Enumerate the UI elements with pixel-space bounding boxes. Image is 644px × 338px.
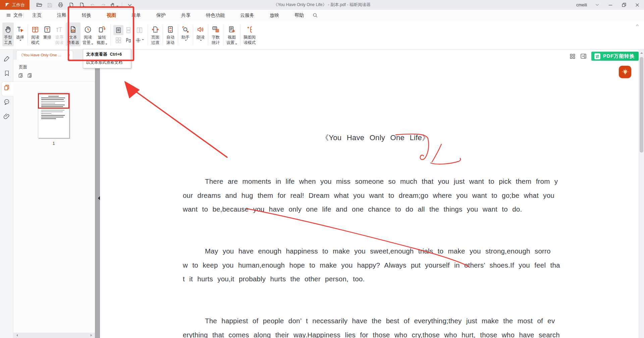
- restore-button[interactable]: [617, 0, 631, 10]
- attachments-panel-button[interactable]: [2, 112, 11, 121]
- read-mode-icon: [31, 25, 40, 34]
- tab-convert[interactable]: 转换: [81, 12, 92, 18]
- reflow-button[interactable]: 重排: [42, 22, 53, 41]
- document-tab-close-button[interactable]: ×: [67, 53, 70, 58]
- facing-page-button[interactable]: [133, 25, 146, 35]
- hand-pointer-button[interactable]: [109, 1, 119, 9]
- read-aloud-button[interactable]: 朗读: [195, 22, 206, 43]
- word-count-button[interactable]: AB 字数 统计: [210, 22, 221, 46]
- quick-access-toolbar: [34, 1, 135, 9]
- pdf-convert-button[interactable]: PDF万能转换: [591, 52, 639, 61]
- main-area: 《You Have Only One ... × 页面: [0, 50, 644, 338]
- auto-scroll-button[interactable]: 自动 滚动: [165, 22, 176, 46]
- tab-view[interactable]: 视图: [106, 12, 117, 18]
- minimize-button[interactable]: [604, 0, 617, 10]
- reverse-read-button[interactable]: 逆序 阅读: [54, 22, 65, 46]
- tab-comment[interactable]: 注释: [56, 12, 67, 18]
- paperclip-icon: [3, 113, 10, 120]
- redo-icon: [100, 2, 106, 8]
- read-mode-button[interactable]: 阅读 模式: [30, 22, 41, 46]
- collapse-panel-arrow[interactable]: [96, 196, 100, 200]
- print-button[interactable]: [56, 1, 65, 9]
- assistant-bulb-button[interactable]: [619, 66, 631, 78]
- ribbon-separator: [163, 24, 163, 45]
- zoom-out-thumbnail-icon[interactable]: [18, 73, 24, 78]
- workspace-button[interactable]: 工作台: [0, 0, 30, 10]
- auto-scroll-icon: [166, 25, 175, 34]
- tab-form[interactable]: 表单: [131, 12, 142, 18]
- annotation-eraser-button[interactable]: [2, 54, 11, 63]
- reverse-read-label2: 阅读: [55, 40, 63, 46]
- search-icon[interactable]: [312, 12, 318, 18]
- customize-toolbar-button[interactable]: [125, 1, 135, 9]
- save-button[interactable]: [45, 1, 54, 9]
- text-viewer-tooltip: 文本查看器Ctrl+6 以文本形式查看文档: [83, 49, 131, 68]
- scrollbar-thumb[interactable]: [640, 57, 643, 153]
- rotate-view-button[interactable]: 旋转 视图: [95, 22, 109, 46]
- rotate-view-caret: [105, 44, 107, 46]
- hand-tool-button[interactable]: 手型 工具: [2, 22, 14, 46]
- comments-panel-button[interactable]: [2, 98, 11, 106]
- vertical-scrollbar[interactable]: [639, 50, 644, 338]
- auto-scroll-label2: 滚动: [166, 40, 174, 46]
- rotate-view-icon: [98, 25, 106, 34]
- undo-icon: [90, 2, 96, 8]
- tab-present[interactable]: 放映: [269, 12, 280, 18]
- pages-panel-button[interactable]: [2, 83, 11, 92]
- select-button[interactable]: 选择: [14, 22, 26, 43]
- page-transition-button[interactable]: 页面 过渡: [150, 22, 161, 46]
- split-view-button[interactable]: [133, 35, 146, 45]
- panel-splitter[interactable]: [95, 50, 100, 338]
- comment-bubble-icon: [3, 98, 10, 106]
- grid-view-icon[interactable]: [570, 53, 576, 59]
- user-name[interactable]: cmeili: [576, 3, 587, 7]
- tab-share[interactable]: 共享: [180, 12, 191, 18]
- continuous-page-button[interactable]: [123, 25, 133, 35]
- ribbon-separator: [208, 24, 208, 45]
- ribbon-separator: [110, 24, 111, 45]
- view-settings-button[interactable]: 视图 设置: [225, 22, 238, 46]
- scroll-left-arrow[interactable]: [15, 334, 18, 337]
- separate-cover-button[interactable]: [123, 35, 133, 45]
- undo-button[interactable]: [88, 1, 97, 9]
- facing-continuous-button[interactable]: [113, 35, 123, 45]
- page-thumbnails-icon: [3, 84, 10, 91]
- foxit-reader-window: 工作台: [0, 0, 644, 338]
- chevron-up-icon: [635, 23, 639, 27]
- title-bar: 工作台: [0, 0, 644, 10]
- tab-home[interactable]: 主页: [32, 12, 42, 18]
- collapse-ribbon-button[interactable]: [635, 23, 639, 27]
- toggle-panel-icon[interactable]: [580, 53, 587, 59]
- tab-protect[interactable]: 保护: [156, 12, 166, 18]
- menu-file[interactable]: 文件: [6, 12, 23, 18]
- user-menu-button[interactable]: [590, 0, 604, 10]
- sidebar-horizontal-scrollbar[interactable]: [13, 333, 95, 338]
- assistant-caret: [185, 40, 187, 42]
- redo-button[interactable]: [99, 1, 108, 9]
- split-view-caret: [142, 39, 144, 41]
- tab-help[interactable]: 帮助: [294, 12, 305, 18]
- new-document-button[interactable]: [77, 1, 87, 9]
- mindmap-read-button[interactable]: 脑图阅 读模式: [242, 22, 257, 46]
- workspace-label: 工作台: [12, 2, 25, 8]
- split-view-icon: [135, 37, 141, 43]
- tab-features[interactable]: 特色功能: [205, 12, 225, 18]
- assistant-button[interactable]: 助手: [180, 22, 191, 43]
- open-file-button[interactable]: [34, 1, 44, 9]
- zoom-in-thumbnail-icon[interactable]: [27, 73, 33, 78]
- single-page-button[interactable]: [113, 25, 123, 35]
- thumbnail-viewport-rect[interactable]: [38, 93, 69, 109]
- document-tab[interactable]: 《You Have Only One ... ×: [16, 50, 73, 60]
- read-background-button[interactable]: 阅读 背景: [81, 22, 95, 46]
- scroll-right-arrow[interactable]: [91, 334, 93, 337]
- facing-page-icon: [137, 27, 143, 33]
- close-button[interactable]: [631, 0, 644, 10]
- bookmarks-panel-button[interactable]: [2, 69, 11, 77]
- tab-cloud[interactable]: 云服务: [239, 12, 255, 18]
- text-viewer-button[interactable]: 文本 查看器: [66, 22, 80, 46]
- export-document-button[interactable]: [66, 1, 76, 9]
- page-thumbnail[interactable]: [38, 93, 69, 138]
- scroll-up-arrow[interactable]: [640, 51, 643, 54]
- text-viewer-label: 文本: [69, 35, 77, 40]
- word-count-label2: 统计: [212, 40, 220, 46]
